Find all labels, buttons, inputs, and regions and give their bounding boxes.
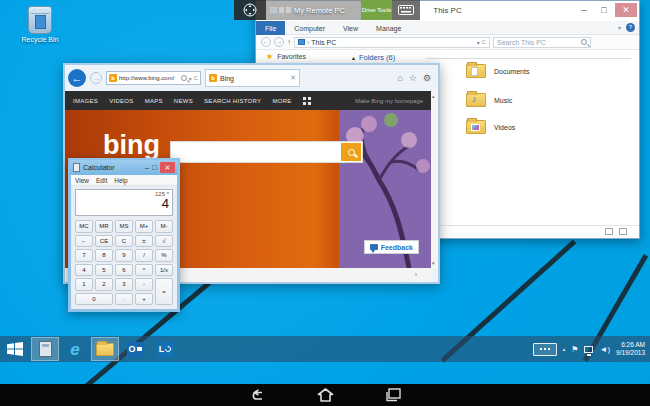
maximize-button[interactable]: □	[595, 3, 613, 17]
browser-tab-bing[interactable]: b Bing ✕	[205, 69, 300, 87]
key-decimal[interactable]: .	[115, 293, 133, 306]
start-button[interactable]	[1, 337, 29, 361]
make-homepage-link[interactable]: Make Bing my homepage	[355, 98, 423, 104]
volume-icon[interactable]: ◄)	[599, 345, 610, 354]
key-mc[interactable]: MC	[75, 220, 93, 233]
maximize-button[interactable]: □	[152, 164, 157, 172]
key-c[interactable]: C	[115, 235, 133, 248]
android-home-button[interactable]	[315, 387, 335, 403]
key-mminus[interactable]: M-	[155, 220, 173, 233]
android-back-button[interactable]	[247, 387, 267, 403]
tab-file[interactable]: File	[256, 21, 285, 35]
nav-more[interactable]: MORE	[272, 98, 291, 104]
key-plus[interactable]: +	[135, 293, 153, 306]
key-backspace[interactable]: ←	[75, 235, 93, 248]
favorites-star-icon[interactable]: ☆	[409, 73, 417, 83]
address-dropdown-icon[interactable]: ▾	[477, 39, 480, 46]
scroll-right-icon[interactable]: ›	[415, 271, 417, 278]
search-icon[interactable]	[181, 75, 187, 81]
key-mr[interactable]: MR	[95, 220, 113, 233]
close-button[interactable]: ✕	[160, 162, 175, 173]
tab-view[interactable]: View	[334, 21, 367, 35]
remote-keyboard-toggle[interactable]	[392, 0, 420, 20]
key-7[interactable]: 7	[75, 249, 93, 262]
nav-search-history[interactable]: SEARCH HISTORY	[204, 98, 261, 104]
key-5[interactable]: 5	[95, 264, 113, 277]
folders-group-header[interactable]: ▲ Folders (6)	[351, 53, 395, 62]
nav-maps[interactable]: MAPS	[145, 98, 163, 104]
remote-pan-control[interactable]	[234, 0, 266, 20]
touch-keyboard-icon[interactable]	[533, 343, 557, 356]
key-2[interactable]: 2	[95, 278, 113, 291]
sidebar-item-favorites[interactable]: ★ Favorites	[266, 52, 306, 61]
tab-manage[interactable]: Manage	[367, 21, 410, 35]
taskbar-lync[interactable]: L	[151, 337, 179, 361]
taskbar-internet-explorer[interactable]: e	[61, 337, 89, 361]
close-tab-icon[interactable]: ✕	[290, 74, 296, 82]
key-6[interactable]: 6	[115, 264, 133, 277]
feedback-button[interactable]: Feedback	[364, 240, 419, 254]
recycle-bin-shortcut[interactable]: Recycle Bin	[14, 6, 66, 43]
menu-help[interactable]: Help	[114, 177, 127, 184]
taskbar-file-explorer[interactable]	[91, 337, 119, 361]
menu-edit[interactable]: Edit	[96, 177, 107, 184]
key-minus[interactable]: -	[135, 278, 153, 291]
action-center-flag-icon[interactable]: ⚑	[571, 345, 578, 354]
key-sqrt[interactable]: √	[155, 235, 173, 248]
address-input[interactable]: b http://www.bing.com/ ▾C	[106, 71, 201, 85]
help-icon[interactable]: ?	[626, 23, 635, 32]
minimize-button[interactable]: –	[145, 164, 149, 172]
key-negate[interactable]: ±	[135, 235, 153, 248]
key-4[interactable]: 4	[75, 264, 93, 277]
up-icon[interactable]: ↑	[287, 38, 291, 47]
scroll-down-icon[interactable]: ▾	[432, 260, 435, 266]
vertical-scrollbar[interactable]: ▴ ▾	[431, 91, 438, 268]
nav-news[interactable]: NEWS	[174, 98, 193, 104]
nav-videos[interactable]: VIDEOS	[109, 98, 133, 104]
windows-desktop[interactable]: Recycle Bin This PC – □ ✕ File Computer …	[0, 0, 650, 384]
back-icon[interactable]: ←	[261, 37, 271, 47]
details-view-icon[interactable]	[605, 228, 613, 235]
key-mplus[interactable]: M+	[135, 220, 153, 233]
key-divide[interactable]: /	[135, 249, 153, 262]
search-input[interactable]: Search This PC	[493, 37, 591, 48]
key-1[interactable]: 1	[75, 278, 93, 291]
refresh-icon[interactable]: C	[194, 75, 198, 82]
forward-icon[interactable]: →	[90, 72, 102, 84]
network-icon[interactable]	[584, 346, 593, 353]
key-3[interactable]: 3	[115, 278, 133, 291]
breadcrumb[interactable]: › This PC ▾C	[294, 37, 490, 48]
android-recents-button[interactable]	[383, 387, 403, 403]
tab-computer[interactable]: Computer	[285, 21, 334, 35]
bing-search-button[interactable]	[341, 143, 361, 161]
settings-gear-icon[interactable]: ⚙	[423, 73, 431, 83]
forward-icon[interactable]: →	[274, 37, 284, 47]
key-percent[interactable]: %	[155, 249, 173, 262]
thumbnails-view-icon[interactable]	[619, 228, 627, 235]
taskbar-outlook[interactable]: O	[121, 337, 149, 361]
menu-view[interactable]: View	[75, 177, 89, 184]
nav-images[interactable]: IMAGES	[73, 98, 98, 104]
bing-search-input[interactable]	[170, 141, 363, 163]
close-button[interactable]: ✕	[615, 3, 637, 17]
folder-item-documents[interactable]: Documents	[466, 64, 529, 78]
ribbon-collapse-icon[interactable]: ▾	[618, 24, 621, 31]
drive-tools-contextual-tab[interactable]: Drive Tools	[361, 0, 392, 20]
minimize-button[interactable]: –	[575, 3, 593, 17]
key-reciprocal[interactable]: 1/x	[155, 264, 173, 277]
scroll-up-icon[interactable]: ▴	[432, 93, 435, 99]
folder-item-videos[interactable]: Videos	[466, 120, 515, 134]
refresh-icon[interactable]: C	[482, 39, 486, 46]
folder-item-music[interactable]: ♪ Music	[466, 93, 512, 107]
taskbar-calculator[interactable]	[31, 337, 59, 361]
key-0[interactable]: 0	[75, 293, 113, 306]
key-ms[interactable]: MS	[115, 220, 133, 233]
back-icon[interactable]: ←	[68, 69, 86, 87]
taskbar-clock[interactable]: 6:26 AM 9/19/2013	[616, 341, 645, 357]
key-ce[interactable]: CE	[95, 235, 113, 248]
key-multiply[interactable]: *	[135, 264, 153, 277]
key-8[interactable]: 8	[95, 249, 113, 262]
apps-grid-icon[interactable]	[303, 97, 311, 105]
home-icon[interactable]: ⌂	[397, 73, 402, 83]
key-equals[interactable]: =	[155, 278, 173, 305]
